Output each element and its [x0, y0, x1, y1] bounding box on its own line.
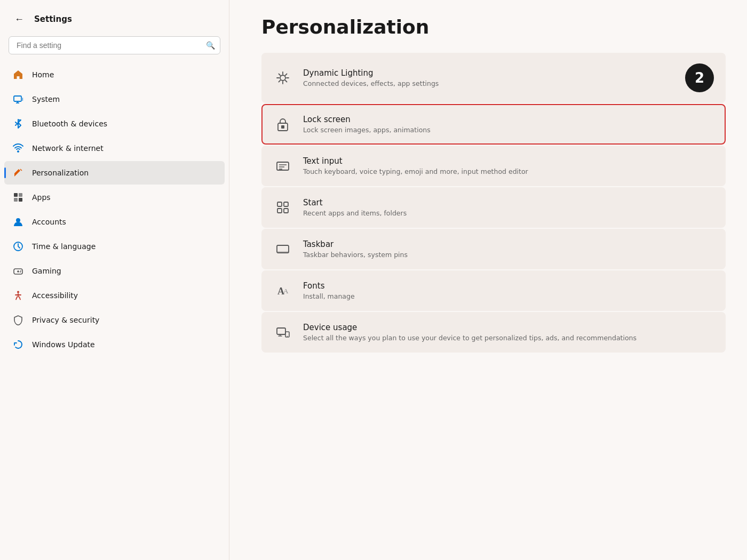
accessibility-icon — [12, 289, 25, 302]
svg-rect-31 — [277, 202, 282, 206]
sidebar-title: Settings — [34, 14, 72, 24]
fonts-label: Fonts — [303, 281, 714, 291]
lock-screen-label: Lock screen — [303, 115, 714, 124]
sidebar-item-time[interactable]: Time & language — [4, 235, 225, 258]
sidebar-item-system[interactable]: System — [4, 87, 225, 111]
settings-item-text-input[interactable]: Text input Touch keyboard, voice typing,… — [261, 146, 726, 186]
svg-rect-33 — [277, 209, 282, 213]
sidebar-item-update[interactable]: Windows Update — [4, 333, 225, 356]
svg-line-22 — [285, 81, 287, 82]
svg-rect-41 — [277, 328, 285, 334]
start-desc: Recent apps and items, folders — [303, 209, 714, 217]
lock-screen-text: Lock screen Lock screen images, apps, an… — [303, 115, 714, 134]
svg-rect-27 — [277, 162, 289, 170]
settings-item-lock-screen[interactable]: Lock screen Lock screen images, apps, an… — [261, 104, 726, 145]
sidebar-item-label-privacy: Privacy & security — [32, 316, 99, 324]
svg-rect-36 — [277, 251, 289, 253]
system-icon — [12, 93, 25, 106]
svg-line-23 — [285, 74, 287, 76]
svg-rect-32 — [284, 202, 288, 206]
text-input-icon — [273, 156, 292, 175]
update-icon — [12, 338, 25, 351]
sidebar-item-home[interactable]: Home — [4, 63, 225, 86]
apps-icon — [12, 191, 25, 204]
text-input-label: Text input — [303, 156, 714, 166]
sidebar-item-label-personalization: Personalization — [32, 169, 89, 177]
fonts-text: Fonts Install, manage — [303, 281, 714, 300]
bluetooth-icon — [12, 117, 25, 130]
start-text: Start Recent apps and items, folders — [303, 198, 714, 217]
search-box-container: 🔍 — [9, 36, 220, 54]
nav-list: Home System Bluetooth & devi — [0, 63, 229, 560]
search-input[interactable] — [9, 36, 220, 54]
settings-list: Dynamic Lighting Connected devices, effe… — [261, 53, 726, 353]
sidebar-item-gaming[interactable]: Gaming — [4, 259, 225, 283]
taskbar-text: Taskbar Taskbar behaviors, system pins — [303, 239, 714, 259]
svg-text:A: A — [283, 287, 289, 295]
dynamic-lighting-label: Dynamic Lighting — [303, 68, 669, 78]
sidebar-item-privacy[interactable]: Privacy & security — [4, 308, 225, 332]
sidebar-item-bluetooth[interactable]: Bluetooth & devices — [4, 112, 225, 135]
step-2-circle: 2 — [685, 63, 714, 92]
text-input-desc: Touch keyboard, voice typing, emoji and … — [303, 167, 714, 175]
sidebar-item-label-update: Windows Update — [32, 340, 95, 349]
taskbar-icon — [273, 239, 292, 259]
sidebar-item-label-apps: Apps — [32, 193, 51, 202]
gaming-icon — [12, 265, 25, 277]
settings-item-dynamic-lighting[interactable]: Dynamic Lighting Connected devices, effe… — [261, 53, 726, 103]
text-input-text: Text input Touch keyboard, voice typing,… — [303, 156, 714, 175]
svg-line-21 — [279, 74, 281, 76]
sidebar-item-label-gaming: Gaming — [32, 267, 61, 275]
fonts-desc: Install, manage — [303, 292, 714, 300]
sidebar: ← Settings 🔍 Home — [0, 0, 229, 560]
svg-point-15 — [17, 291, 19, 293]
settings-item-taskbar[interactable]: Taskbar Taskbar behaviors, system pins — [261, 229, 726, 269]
sidebar-item-label-system: System — [32, 95, 60, 103]
start-label: Start — [303, 198, 714, 207]
sidebar-item-network[interactable]: Network & internet — [4, 137, 225, 160]
back-button[interactable]: ← — [11, 11, 28, 28]
sidebar-item-apps[interactable]: Apps — [4, 186, 225, 209]
time-icon — [12, 240, 25, 253]
lock-screen-icon — [273, 115, 292, 134]
sidebar-item-label-network: Network & internet — [32, 144, 104, 153]
network-icon — [12, 142, 25, 155]
sidebar-item-accessibility[interactable]: Accessibility — [4, 284, 225, 307]
svg-rect-5 — [19, 193, 22, 197]
svg-rect-0 — [14, 96, 21, 101]
svg-point-14 — [20, 271, 21, 273]
svg-rect-3 — [22, 98, 23, 101]
taskbar-label: Taskbar — [303, 239, 714, 249]
svg-point-13 — [20, 270, 21, 271]
taskbar-desc: Taskbar behaviors, system pins — [303, 251, 714, 259]
settings-item-start[interactable]: Start Recent apps and items, folders — [261, 187, 726, 228]
lock-screen-desc: Lock screen images, apps, animations — [303, 126, 714, 134]
sidebar-item-label-time: Time & language — [32, 242, 96, 251]
settings-item-fonts[interactable]: A A Fonts Install, manage — [261, 270, 726, 311]
sidebar-item-personalization[interactable]: Personalization — [4, 161, 225, 185]
svg-point-43 — [287, 336, 288, 337]
accounts-icon — [12, 215, 25, 228]
settings-item-device-usage[interactable]: Device usage Select all the ways you pla… — [261, 312, 726, 353]
device-usage-desc: Select all the ways you plan to use your… — [303, 334, 714, 342]
sidebar-header: ← Settings — [0, 0, 229, 36]
device-usage-icon — [273, 323, 292, 342]
svg-line-24 — [279, 81, 281, 82]
device-usage-text: Device usage Select all the ways you pla… — [303, 323, 714, 342]
svg-rect-7 — [19, 198, 22, 202]
svg-rect-6 — [14, 198, 18, 202]
page-title: Personalization — [261, 16, 726, 38]
personalization-icon — [12, 166, 25, 179]
sidebar-item-label-accessibility: Accessibility — [32, 291, 78, 300]
dynamic-lighting-icon — [273, 68, 292, 87]
svg-rect-34 — [284, 209, 288, 213]
svg-rect-4 — [14, 193, 18, 197]
svg-point-16 — [280, 75, 285, 81]
svg-rect-26 — [281, 125, 284, 129]
svg-point-8 — [16, 218, 20, 222]
fonts-icon: A A — [273, 281, 292, 300]
search-icon: 🔍 — [206, 41, 215, 50]
sidebar-item-accounts[interactable]: Accounts — [4, 210, 225, 234]
sidebar-item-label-accounts: Accounts — [32, 218, 66, 226]
start-icon — [273, 198, 292, 217]
